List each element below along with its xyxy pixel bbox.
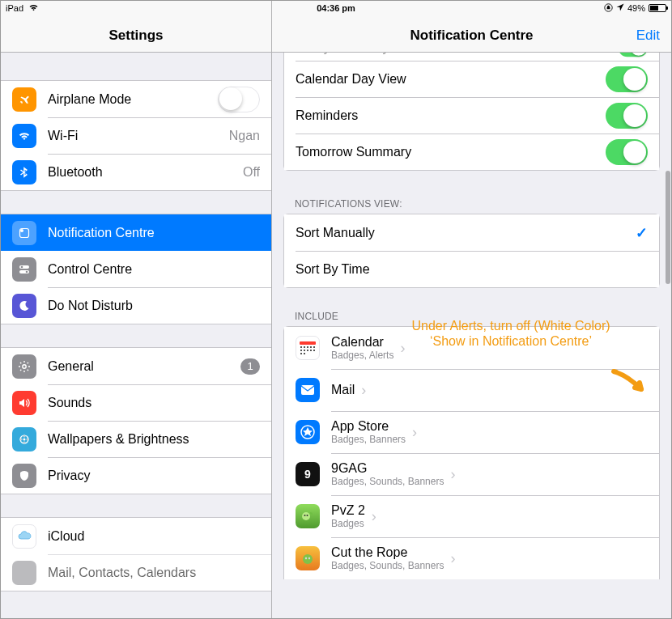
app-appstore-row[interactable]: App Store Badges, Banners › bbox=[284, 411, 659, 453]
app-9gag-row[interactable]: 9 9GAG Badges, Sounds, Banners › bbox=[284, 453, 659, 495]
svg-rect-21 bbox=[304, 350, 305, 351]
svg-rect-19 bbox=[313, 346, 315, 348]
app-name: PvZ 2 bbox=[331, 503, 365, 518]
svg-point-12 bbox=[20, 439, 22, 440]
detail-pane: Notification Centre Edit Today Summary C… bbox=[272, 1, 671, 618]
settings-sidebar: Settings Airplane Mode Wi-Fi Ngan bbox=[1, 1, 272, 618]
svg-rect-15 bbox=[300, 346, 302, 348]
notification-centre-label: Notification Centre bbox=[48, 226, 260, 240]
app-name: 9GAG bbox=[331, 461, 444, 476]
today-summary-row[interactable]: Today Summary bbox=[284, 53, 659, 61]
sort-manually-label: Sort Manually bbox=[296, 226, 636, 240]
privacy-row[interactable]: Privacy bbox=[1, 457, 271, 494]
chevron-right-icon: › bbox=[361, 382, 366, 399]
dnd-row[interactable]: Do Not Disturb bbox=[1, 287, 271, 324]
notification-centre-icon bbox=[12, 221, 36, 245]
battery-icon bbox=[649, 4, 666, 12]
svg-point-32 bbox=[303, 554, 313, 564]
svg-point-1 bbox=[20, 229, 23, 232]
svg-rect-27 bbox=[301, 385, 314, 395]
svg-point-36 bbox=[309, 558, 310, 559]
icloud-icon bbox=[12, 524, 36, 549]
control-centre-row[interactable]: Control Centre bbox=[1, 251, 271, 287]
mail-contacts-row[interactable]: Mail, Contacts, Calendars bbox=[1, 554, 271, 591]
bluetooth-row[interactable]: Bluetooth Off bbox=[1, 154, 271, 190]
svg-rect-26 bbox=[304, 353, 305, 354]
app-detail: Badges, Sounds, Banners bbox=[331, 476, 444, 487]
app-mail-row[interactable]: Mail › bbox=[284, 369, 659, 411]
calendar-app-icon bbox=[296, 336, 320, 360]
reminders-row[interactable]: Reminders bbox=[284, 97, 659, 134]
sort-manually-row[interactable]: Sort Manually ✓ bbox=[284, 214, 659, 251]
mail-app-icon bbox=[296, 378, 320, 402]
wallpapers-row[interactable]: Wallpapers & Brightness bbox=[1, 421, 271, 457]
status-bar: iPad 04:36 pm 49% bbox=[1, 1, 671, 15]
airplane-toggle[interactable] bbox=[218, 87, 260, 112]
today-summary-toggle[interactable] bbox=[619, 53, 648, 57]
calendar-day-view-label: Calendar Day View bbox=[296, 72, 606, 87]
clock: 04:36 pm bbox=[1, 3, 671, 13]
app-pvz2-row[interactable]: PvZ 2 Badges › bbox=[284, 495, 659, 537]
battery-pct: 49% bbox=[627, 3, 645, 13]
svg-point-35 bbox=[306, 558, 307, 559]
wifi-row-icon bbox=[12, 124, 36, 148]
scrollbar-indicator[interactable] bbox=[666, 171, 670, 284]
svg-point-31 bbox=[307, 515, 308, 516]
mail-contacts-label: Mail, Contacts, Calendars bbox=[48, 566, 260, 580]
edit-button[interactable]: Edit bbox=[636, 28, 660, 44]
bluetooth-value: Off bbox=[243, 165, 260, 180]
svg-rect-20 bbox=[300, 350, 302, 351]
reminders-toggle[interactable] bbox=[606, 103, 648, 129]
detail-title: Notification Centre bbox=[410, 28, 533, 44]
svg-rect-24 bbox=[313, 350, 315, 351]
chevron-right-icon: › bbox=[372, 508, 376, 525]
wifi-icon bbox=[28, 3, 39, 13]
dnd-label: Do Not Disturb bbox=[48, 299, 260, 313]
chevron-right-icon: › bbox=[450, 466, 455, 483]
svg-rect-25 bbox=[300, 353, 302, 354]
tomorrow-summary-row[interactable]: Tomorrow Summary bbox=[284, 134, 659, 170]
app-detail: Badges bbox=[331, 518, 365, 529]
svg-point-13 bbox=[27, 439, 28, 440]
wifi-row[interactable]: Wi-Fi Ngan bbox=[1, 117, 271, 154]
mail-contacts-icon bbox=[12, 561, 36, 585]
airplane-mode-row[interactable]: Airplane Mode bbox=[1, 81, 271, 117]
chevron-right-icon: › bbox=[412, 424, 417, 441]
annotation-line2: ‘Show in Notification Centre’ bbox=[430, 334, 592, 348]
svg-rect-18 bbox=[310, 346, 312, 348]
icloud-row[interactable]: iCloud bbox=[1, 518, 271, 554]
sounds-label: Sounds bbox=[48, 396, 260, 410]
app-detail: Badges, Banners bbox=[331, 434, 406, 445]
tomorrow-summary-toggle[interactable] bbox=[606, 139, 648, 165]
general-row[interactable]: General 1 bbox=[1, 348, 271, 384]
svg-rect-16 bbox=[304, 346, 305, 348]
svg-point-11 bbox=[23, 442, 25, 443]
airplane-icon bbox=[12, 87, 36, 112]
calendar-day-view-row[interactable]: Calendar Day View bbox=[284, 61, 659, 97]
svg-rect-22 bbox=[307, 350, 308, 351]
general-label: General bbox=[48, 359, 240, 374]
sounds-row[interactable]: Sounds bbox=[1, 384, 271, 421]
sounds-icon bbox=[12, 391, 36, 415]
calendar-day-view-toggle[interactable] bbox=[606, 66, 648, 92]
annotation-arrow-icon bbox=[610, 367, 649, 399]
icloud-label: iCloud bbox=[48, 529, 260, 544]
notification-centre-row[interactable]: Notification Centre bbox=[1, 214, 271, 251]
control-centre-label: Control Centre bbox=[48, 262, 260, 277]
svg-point-7 bbox=[23, 364, 26, 367]
reminders-label: Reminders bbox=[296, 108, 606, 123]
chevron-right-icon: › bbox=[450, 550, 455, 567]
svg-point-10 bbox=[23, 435, 25, 437]
svg-rect-23 bbox=[310, 350, 312, 351]
sort-by-time-row[interactable]: Sort By Time bbox=[284, 251, 659, 287]
app-cut-the-rope-row[interactable]: Cut the Rope Badges, Sounds, Banners › bbox=[284, 537, 659, 579]
svg-point-4 bbox=[21, 265, 23, 268]
wifi-value: Ngan bbox=[229, 129, 260, 143]
general-badge: 1 bbox=[240, 358, 260, 375]
dnd-icon bbox=[12, 294, 36, 318]
svg-point-9 bbox=[23, 438, 26, 440]
airplane-label: Airplane Mode bbox=[48, 92, 218, 107]
sort-by-time-label: Sort By Time bbox=[296, 262, 648, 277]
notifications-view-header: NOTIFICATIONS VIEW: bbox=[272, 193, 671, 214]
control-centre-icon bbox=[12, 257, 36, 282]
